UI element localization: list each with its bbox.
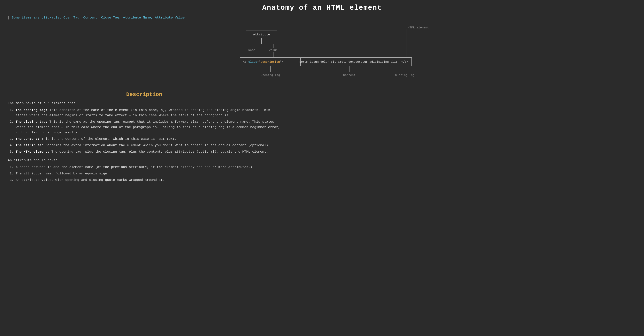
list-item: The content: This is the content of the … xyxy=(16,136,281,142)
clickable-items-text[interactable]: Open Tag, Content, Close Tag, Attribute … xyxy=(63,16,184,19)
list-item: The HTML element: The opening tag, plus … xyxy=(16,149,281,154)
description-section: Description The main parts of our elemen… xyxy=(8,92,281,182)
description-heading: Description xyxy=(8,92,281,98)
list-item: The attribute name, followed by an equal… xyxy=(16,171,281,176)
anatomy-diagram: HTML element Attribute Name Value <p cla… xyxy=(232,25,412,82)
page-title: Anatomy of an HTML element xyxy=(8,4,636,12)
attr-intro: An attribute should have: xyxy=(8,159,281,162)
main-parts-intro: The main parts of our element are: xyxy=(8,101,281,105)
def-attribute: Contains the extra information about the… xyxy=(46,144,270,147)
value-label: Value xyxy=(269,49,278,52)
def-opening-tag: This consists of the name of the element… xyxy=(16,108,270,117)
diagram-container: HTML element Attribute Name Value <p cla… xyxy=(8,25,636,82)
def-html-element: The opening tag, plus the closing tag, p… xyxy=(52,150,268,154)
closing-tag-box-text[interactable]: </p> xyxy=(401,60,408,64)
closing-tag-label: Closing Tag xyxy=(395,74,414,77)
list-item: The opening tag: This consists of the na… xyxy=(16,107,281,118)
opening-tag-label: Opening Tag xyxy=(260,74,280,77)
content-label: Content xyxy=(343,74,355,77)
term-attribute: The attribute: xyxy=(16,144,44,147)
html-element-label: HTML element xyxy=(408,26,429,29)
list-item: A space between it and the element name … xyxy=(16,165,281,170)
name-label: Name xyxy=(248,49,255,52)
main-parts-list: The opening tag: This consists of the na… xyxy=(8,107,281,155)
term-closing-tag: The closing tag: xyxy=(16,120,47,124)
def-closing-tag: This is the same as the opening tag, exc… xyxy=(16,120,280,134)
attribute-box-label[interactable]: Attribute xyxy=(253,33,270,36)
list-item: The closing tag: This is the same as the… xyxy=(16,119,281,135)
intro-text: Some items are clickable: xyxy=(12,16,63,19)
term-content: The content: xyxy=(16,137,39,141)
attr-rules-list: A space between it and the element name … xyxy=(8,165,281,183)
intro-note: Some items are clickable: Open Tag, Cont… xyxy=(8,16,636,19)
opening-tag-text[interactable]: <p class="description"> xyxy=(243,60,284,64)
def-content: This is the content of the element, whic… xyxy=(42,137,177,141)
term-opening-tag: The opening tag: xyxy=(16,108,47,112)
list-item: An attribute value, with opening and clo… xyxy=(16,177,281,182)
list-item: The attribute: Contains the extra inform… xyxy=(16,143,281,148)
term-html-element: The HTML element: xyxy=(16,150,49,154)
content-box-text[interactable]: Lorem ipsum dolor sit amet, consectetur … xyxy=(299,60,399,64)
